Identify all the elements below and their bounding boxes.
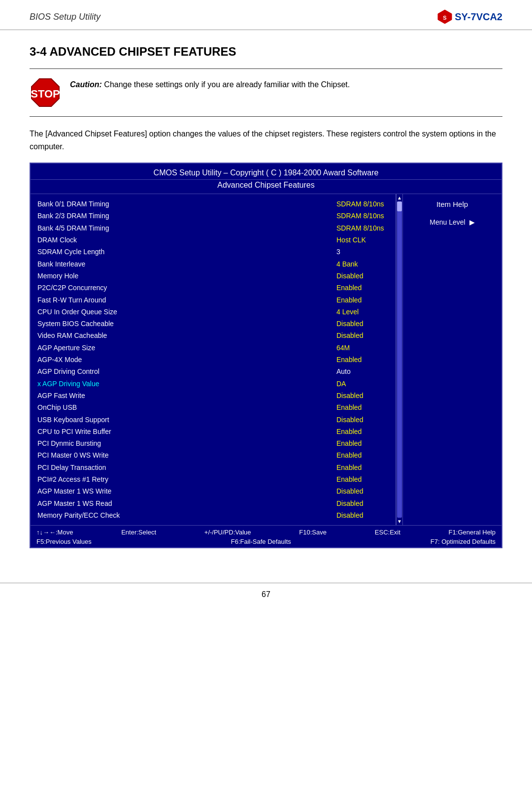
setting-value: 64M <box>336 343 396 353</box>
setting-name: Bank 0/1 DRAM Timing <box>37 199 141 209</box>
setting-name: x AGP Driving Value <box>37 379 141 389</box>
table-row[interactable]: AGP Master 1 WS ReadDisabled <box>37 498 396 509</box>
scroll-track <box>397 201 402 518</box>
setting-name: AGP Driving Control <box>37 366 141 376</box>
table-row[interactable]: USB Keyboard SupportDisabled <box>37 414 396 426</box>
soyo-logo-icon: S <box>437 9 453 25</box>
cmos-header-line2: Advanced Chipset Features <box>31 180 501 194</box>
setting-name: P2C/C2P Concurrency <box>37 283 141 293</box>
setting-value: Disabled <box>336 391 396 400</box>
setting-value: SDRAM 8/10ns <box>336 223 396 233</box>
table-row[interactable]: SDRAM Cycle Length3 <box>37 246 396 258</box>
setting-value: Enabled <box>336 402 396 412</box>
table-row[interactable]: Fast R-W Turn AroundEnabled <box>37 294 396 306</box>
setting-value: DA <box>336 379 396 389</box>
table-row[interactable]: Memory Parity/ECC CheckDisabled <box>37 509 396 521</box>
setting-value: Disabled <box>336 486 396 496</box>
menu-level-arrow: ▶ <box>469 218 475 226</box>
setting-name: PCI#2 Access #1 Retry <box>37 474 141 484</box>
table-row[interactable]: CPU to PCI Write BufferEnabled <box>37 426 396 437</box>
footer-select: Enter:Select <box>121 529 156 536</box>
table-row[interactable]: Bank 4/5 DRAM TimingSDRAM 8/10ns <box>37 222 396 234</box>
table-row[interactable]: PCI Master 0 WS WriteEnabled <box>37 449 396 461</box>
setting-value: Disabled <box>336 331 396 340</box>
table-row[interactable]: AGP Fast WriteDisabled <box>37 390 396 401</box>
setting-name: Bank 2/3 DRAM Timing <box>37 211 141 221</box>
setting-value: Enabled <box>336 427 396 436</box>
page-footer: 67 <box>0 583 532 606</box>
footer-save: F10:Save <box>299 529 327 536</box>
setting-value: Disabled <box>336 510 396 520</box>
table-row[interactable]: Bank Interleave4 Bank <box>37 258 396 270</box>
caution-label: Caution: <box>70 80 102 89</box>
setting-value: Disabled <box>336 498 396 508</box>
table-row[interactable]: Bank 2/3 DRAM TimingSDRAM 8/10ns <box>37 210 396 222</box>
table-row[interactable]: AGP Aperture Size64M <box>37 342 396 354</box>
table-row[interactable]: System BIOS CacheableDisabled <box>37 318 396 330</box>
item-help-title: Item Help <box>436 200 468 208</box>
main-content: 3-4 ADVANCED CHIPSET FEATURES STOP Cauti… <box>0 30 532 563</box>
setting-name: USB Keyboard Support <box>37 415 141 425</box>
footer-help: F1:General Help <box>449 529 496 536</box>
cmos-box: CMOS Setup Utility – Copyright ( C ) 198… <box>30 163 502 548</box>
caution-body: Change these settings only if you are al… <box>102 80 350 89</box>
scroll-up-arrow[interactable]: ▲ <box>397 195 402 200</box>
setting-value: 4 Bank <box>336 259 396 269</box>
stop-sign-icon: STOP <box>30 77 61 108</box>
section-title: 3-4 ADVANCED CHIPSET FEATURES <box>30 45 502 59</box>
setting-value: SDRAM 8/10ns <box>336 199 396 209</box>
scrollbar[interactable]: ▲ ▼ <box>396 194 403 525</box>
footer-move: ↑↓→←:Move <box>36 529 73 536</box>
setting-name: PCI Delay Transaction <box>37 463 141 472</box>
setting-name: PCI Dynmic Bursting <box>37 438 141 448</box>
setting-name: AGP Master 1 WS Read <box>37 498 141 508</box>
table-row[interactable]: Video RAM CacheableDisabled <box>37 330 396 341</box>
table-row[interactable]: PCI#2 Access #1 RetryEnabled <box>37 473 396 485</box>
page-number: 67 <box>262 590 270 598</box>
setting-name: AGP-4X Mode <box>37 355 141 365</box>
setting-value: Auto <box>336 366 396 376</box>
setting-value: Enabled <box>336 295 396 305</box>
setting-value: Disabled <box>336 271 396 281</box>
cmos-body: Bank 0/1 DRAM TimingSDRAM 8/10nsBank 2/3… <box>31 194 501 525</box>
menu-level-label: Menu Level <box>430 218 465 226</box>
scroll-down-arrow[interactable]: ▼ <box>397 519 402 524</box>
setting-name: AGP Master 1 WS Write <box>37 486 141 496</box>
footer-value: +/-/PU/PD:Value <box>204 529 251 536</box>
setting-name: Memory Parity/ECC Check <box>37 510 141 520</box>
header-title: BIOS Setup Utility <box>30 12 100 22</box>
table-row[interactable]: OnChip USBEnabled <box>37 401 396 413</box>
table-row[interactable]: x AGP Driving ValueDA <box>37 378 396 390</box>
table-row[interactable]: AGP Driving ControlAuto <box>37 365 396 377</box>
caution-text: Caution: Change these settings only if y… <box>70 77 350 91</box>
setting-name: Bank Interleave <box>37 259 141 269</box>
setting-name: Fast R-W Turn Around <box>37 295 141 305</box>
footer-row1: ↑↓→←:Move Enter:Select +/-/PU/PD:Value F… <box>36 529 496 536</box>
settings-list: Bank 0/1 DRAM TimingSDRAM 8/10nsBank 2/3… <box>37 198 396 521</box>
svg-text:S: S <box>443 15 447 21</box>
setting-name: DRAM Clock <box>37 235 141 245</box>
table-row[interactable]: P2C/C2P ConcurrencyEnabled <box>37 282 396 294</box>
setting-name: Memory Hole <box>37 271 141 281</box>
footer-optimized: F7: Optimized Defaults <box>431 538 496 545</box>
scroll-thumb[interactable] <box>397 201 402 211</box>
table-row[interactable]: Bank 0/1 DRAM TimingSDRAM 8/10ns <box>37 198 396 210</box>
table-row[interactable]: CPU In Order Queue Size4 Level <box>37 306 396 318</box>
footer-failsafe: F6:Fail-Safe Defaults <box>231 538 291 545</box>
table-row[interactable]: AGP Master 1 WS WriteDisabled <box>37 485 396 497</box>
table-row[interactable]: DRAM ClockHost CLK <box>37 234 396 246</box>
setting-name: PCI Master 0 WS Write <box>37 450 141 460</box>
footer-exit: ESC:Exit <box>375 529 400 536</box>
table-row[interactable]: Memory HoleDisabled <box>37 270 396 282</box>
setting-value: Enabled <box>336 438 396 448</box>
setting-value: Enabled <box>336 283 396 293</box>
description: The [Advanced Chipset Features] option c… <box>30 128 502 153</box>
setting-name: System BIOS Cacheable <box>37 319 141 329</box>
table-row[interactable]: AGP-4X ModeEnabled <box>37 354 396 365</box>
header-logo: S SY-7VCA2 <box>437 9 502 25</box>
table-row[interactable]: PCI Delay TransactionEnabled <box>37 462 396 473</box>
svg-text:STOP: STOP <box>31 88 60 100</box>
table-row[interactable]: PCI Dynmic BurstingEnabled <box>37 437 396 449</box>
setting-value: SDRAM 8/10ns <box>336 211 396 221</box>
setting-value: Enabled <box>336 450 396 460</box>
